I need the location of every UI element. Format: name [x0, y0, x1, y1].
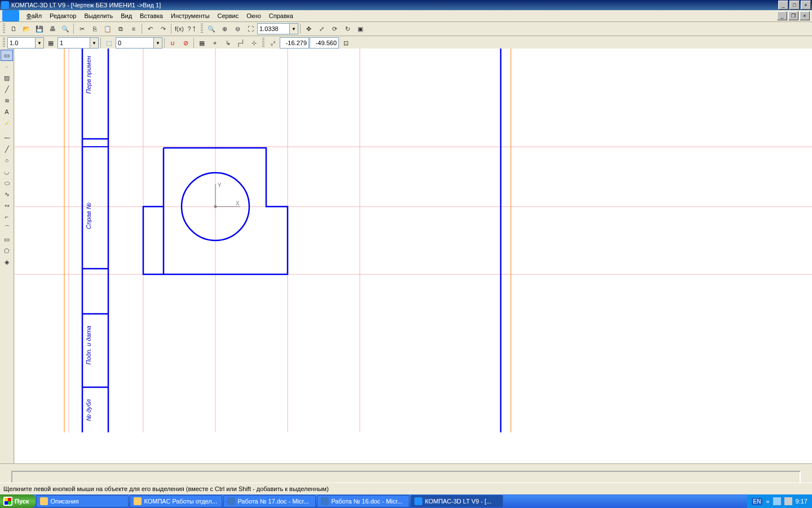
- layer-input[interactable]: [116, 37, 154, 49]
- dim-icon[interactable]: A: [1, 106, 13, 117]
- chevron-down-icon[interactable]: ▼: [36, 37, 44, 49]
- view-combo[interactable]: ▼: [58, 37, 99, 49]
- tray-icon[interactable]: [773, 497, 781, 505]
- contour-icon[interactable]: ◈: [1, 256, 13, 268]
- chevron-down-icon[interactable]: ▼: [154, 37, 162, 49]
- lang-indicator[interactable]: EN: [752, 498, 763, 505]
- refresh-icon[interactable]: ↻: [341, 23, 354, 35]
- undo-icon[interactable]: ↶: [144, 23, 156, 35]
- circle-icon[interactable]: ○: [1, 155, 13, 166]
- zoom-fit-icon[interactable]: ⛶: [244, 23, 257, 35]
- vars-icon[interactable]: f(x): [173, 23, 186, 35]
- zoom-out-icon[interactable]: ⊖: [231, 23, 244, 35]
- start-button[interactable]: Пуск: [0, 494, 36, 508]
- tray-icon[interactable]: [784, 497, 792, 505]
- cut-icon[interactable]: ✂: [76, 23, 88, 35]
- copy-icon[interactable]: ⎘: [89, 23, 101, 35]
- magnet-on-icon[interactable]: ∪: [166, 37, 179, 49]
- ellipse-icon[interactable]: ⬭: [1, 177, 13, 189]
- zoom-input[interactable]: [257, 23, 290, 34]
- lcs-icon[interactable]: ⊹: [248, 37, 260, 49]
- linewidth-input[interactable]: [7, 37, 36, 49]
- ortho-icon[interactable]: ↳: [222, 37, 234, 49]
- grip[interactable]: [3, 24, 5, 34]
- select-icon[interactable]: ▭: [1, 50, 13, 61]
- maximize-button[interactable]: □: [789, 1, 800, 10]
- grip[interactable]: [3, 38, 5, 48]
- open-icon[interactable]: 📂: [20, 23, 33, 35]
- task-folder[interactable]: Описания: [36, 495, 129, 507]
- task-folder-2[interactable]: КОМПАС Работы отдел...: [130, 495, 222, 507]
- rect-icon[interactable]: ▭: [1, 234, 13, 245]
- grip[interactable]: [262, 38, 264, 48]
- segment-icon[interactable]: ╱: [1, 143, 13, 155]
- grid-icon[interactable]: ▦: [196, 37, 208, 49]
- round-icon[interactable]: ┌┘: [235, 37, 247, 49]
- redo-icon[interactable]: ↷: [157, 23, 169, 35]
- chevron-down-icon[interactable]: ▼: [90, 37, 99, 49]
- new-icon[interactable]: 🗋: [7, 23, 20, 35]
- menu-window[interactable]: Окно: [242, 11, 265, 20]
- xy-icon[interactable]: ᵧˣ: [267, 37, 279, 49]
- chevron-down-icon[interactable]: ▼: [290, 23, 298, 34]
- view-input[interactable]: [58, 37, 90, 49]
- minimize-button[interactable]: _: [778, 1, 788, 10]
- props-icon[interactable]: ≡: [127, 23, 140, 35]
- break-icon[interactable]: ≋: [1, 95, 13, 106]
- system-tray[interactable]: EN « 9:17: [747, 494, 812, 508]
- zoom-window-icon[interactable]: 🔍: [205, 23, 218, 35]
- pan-icon[interactable]: ✥: [302, 23, 315, 35]
- drawing-canvas[interactable]: Y X Перв примен Справ № Подп. и дата № д…: [15, 49, 812, 478]
- grip[interactable]: [201, 24, 203, 34]
- bezier-icon[interactable]: ∾: [1, 200, 13, 211]
- close-button[interactable]: ×: [801, 1, 811, 10]
- clock[interactable]: 9:17: [796, 498, 807, 505]
- menu-edit[interactable]: Редактор: [46, 11, 80, 20]
- print-icon[interactable]: 🖶: [46, 23, 59, 35]
- point-icon[interactable]: ·: [1, 61, 13, 72]
- zoom-in-icon[interactable]: ⊕: [218, 23, 231, 35]
- linewidth-combo[interactable]: ▼: [7, 37, 44, 49]
- toolbar-standard: 🗋 📂 💾 🖶 🔍 ✂ ⎘ 📋 ⧉ ≡ ↶ ↷ f(x) ?⭡ 🔍 ⊕ ⊖ ⛶ …: [0, 22, 812, 36]
- spline-icon[interactable]: ∿: [1, 189, 13, 200]
- menu-help[interactable]: Справка: [265, 11, 297, 20]
- coord-x[interactable]: [280, 37, 309, 49]
- rotate-icon[interactable]: ⟳: [328, 23, 341, 35]
- menu-tools[interactable]: Инструменты: [167, 11, 214, 20]
- coord-lock-icon[interactable]: ⊡: [339, 37, 352, 49]
- save-icon[interactable]: 💾: [33, 23, 46, 35]
- zoom-realtime-icon[interactable]: ⤢: [315, 23, 328, 35]
- preview-icon[interactable]: 🔍: [59, 23, 72, 35]
- fillet-icon[interactable]: ⌒: [1, 222, 13, 234]
- paste-icon[interactable]: 📋: [102, 23, 114, 35]
- clone-icon[interactable]: ⧉: [114, 23, 127, 35]
- layer-combo[interactable]: ▼: [116, 37, 162, 49]
- line-icon[interactable]: ╱: [1, 84, 13, 95]
- task-word-1[interactable]: Работа № 17.doc - Micr...: [223, 495, 316, 507]
- tray-chevron[interactable]: «: [766, 498, 769, 505]
- polygon-icon[interactable]: ⬠: [1, 245, 13, 256]
- whatsthis-icon[interactable]: ?⭡: [186, 23, 198, 35]
- menu-select[interactable]: Выделить: [80, 11, 117, 20]
- style-btn[interactable]: ▦: [45, 37, 57, 49]
- task-kompas[interactable]: КОМПАС-3D LT V9 - [...: [411, 495, 503, 507]
- mdi-close[interactable]: ×: [800, 11, 810, 20]
- menu-view[interactable]: Вид: [117, 11, 136, 20]
- hatch-icon[interactable]: ▨: [1, 72, 13, 84]
- menu-insert[interactable]: Вставка: [136, 11, 167, 20]
- tool-icon[interactable]: ⁓: [1, 132, 13, 143]
- show-all-icon[interactable]: ▣: [354, 23, 367, 35]
- layer-icon[interactable]: ⬚: [103, 37, 115, 49]
- magnet-off-icon[interactable]: ⊘: [179, 37, 192, 49]
- chamfer-icon[interactable]: ⌐: [1, 211, 13, 222]
- rough-icon[interactable]: ✓: [1, 117, 13, 129]
- zoom-combo[interactable]: ▼: [257, 23, 298, 34]
- menu-file[interactable]: ФФайлайл: [23, 11, 46, 20]
- coord-y[interactable]: [310, 37, 339, 49]
- mdi-restore[interactable]: ❐: [788, 11, 798, 20]
- arc-icon[interactable]: ◡: [1, 166, 13, 177]
- mdi-minimize[interactable]: _: [777, 11, 787, 20]
- menu-service[interactable]: Сервис: [214, 11, 243, 20]
- task-word-2[interactable]: Работа № 16.doc - Micr...: [317, 495, 409, 507]
- snap-icon[interactable]: ⌖: [209, 37, 221, 49]
